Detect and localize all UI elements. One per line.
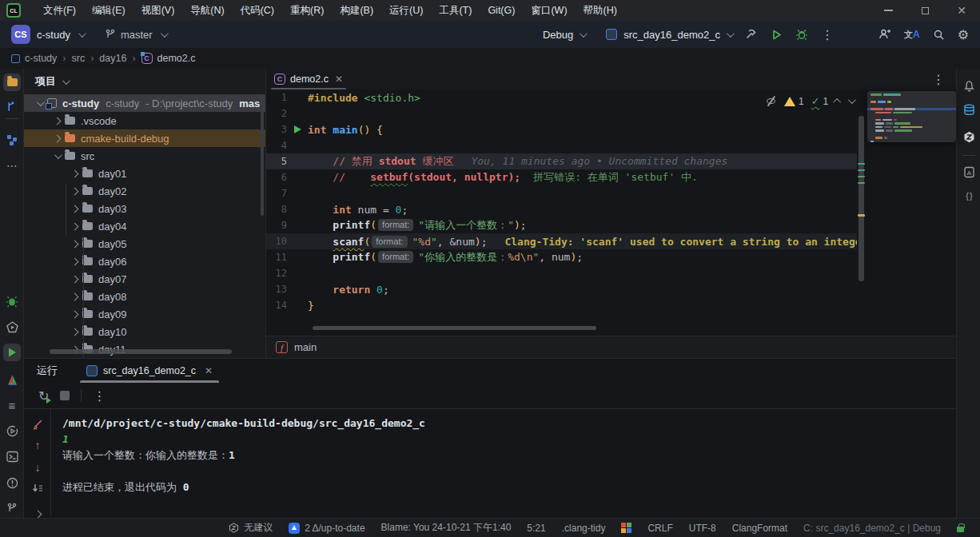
tree-row-day04[interactable]: day04 [24, 217, 265, 235]
tree-row-day10[interactable]: day10 [24, 323, 265, 340]
menu-item-4[interactable]: 代码(C) [233, 0, 282, 21]
tree-row-day01[interactable]: day01 [24, 165, 265, 182]
next-occurrence-icon[interactable]: ↓ [30, 460, 45, 475]
menu-item-11[interactable]: 帮助(H) [576, 0, 625, 21]
menu-item-7[interactable]: 运行(U) [381, 0, 431, 21]
maximize-button[interactable] [906, 0, 943, 21]
run-more-options-icon[interactable]: ⋮ [93, 388, 106, 404]
breadcrumb-item-src[interactable]: src [71, 53, 85, 64]
tree-chevron-icon[interactable] [71, 187, 79, 195]
prev-occurrence-icon[interactable]: ↑ [30, 438, 45, 452]
menu-item-9[interactable]: Git(G) [480, 0, 523, 21]
run-button[interactable] [771, 29, 783, 41]
tree-chevron-icon[interactable] [71, 240, 79, 248]
translate-icon[interactable]: 文A [904, 29, 920, 41]
code-line-11[interactable]: 11 printf(format:"你输入的整数是：%d\n", num); [266, 249, 857, 265]
cmake-tool-button[interactable] [3, 371, 21, 388]
ai-assistant-tool-button[interactable] [960, 128, 978, 145]
color-scheme-widget[interactable] [621, 523, 631, 533]
typo-count[interactable]: ✓ 1 [811, 95, 829, 107]
dictionary-tool-button[interactable]: A [960, 163, 978, 181]
debug-tool-button[interactable] [3, 292, 21, 310]
highlighting-off-icon[interactable] [766, 96, 777, 107]
inspections-widget[interactable]: 1 ✓ 1 [766, 95, 854, 107]
tree-row-cmake-build-debug[interactable]: cmake-build-debug [24, 129, 265, 147]
tree-row-day03[interactable]: day03 [24, 200, 265, 217]
formatter-widget[interactable]: ClangFormat [732, 523, 787, 534]
run-line-icon[interactable] [294, 125, 301, 133]
code-line-8[interactable]: 8 int num = 0; [266, 201, 857, 217]
tree-row-.vscode[interactable]: .vscode [24, 112, 265, 129]
tree-chevron-icon[interactable] [37, 98, 45, 106]
tree-chevron-icon[interactable] [71, 169, 79, 177]
encoding-widget[interactable]: UTF-8 [689, 523, 716, 534]
menu-item-0[interactable]: 文件(F) [35, 0, 84, 21]
commit-tool-button[interactable] [3, 97, 21, 115]
tree-row-day08[interactable]: day08 [24, 288, 265, 305]
warning-count[interactable]: 1 [784, 96, 804, 107]
tree-chevron-icon[interactable] [54, 151, 62, 159]
database-tool-button[interactable] [960, 101, 978, 118]
tree-chevron-icon[interactable] [54, 117, 62, 125]
more-actions-icon[interactable]: ⋮ [821, 27, 834, 42]
clang-tidy-widget[interactable]: .clang-tidy [562, 523, 606, 534]
code-line-9[interactable]: 9 printf(format:"请输入一个整数："); [266, 217, 857, 233]
code-line-12[interactable]: 12 [266, 265, 857, 281]
minimize-button[interactable] [870, 0, 906, 21]
tree-chevron-icon[interactable] [71, 257, 79, 265]
clear-output-icon[interactable] [30, 417, 45, 432]
scroll-to-end-icon[interactable] [30, 481, 45, 495]
todo-list-tool-button[interactable]: ≡ [3, 396, 21, 414]
problems-tool-button[interactable] [3, 474, 21, 491]
code-line-14[interactable]: 14} [266, 297, 857, 313]
build-hammer-icon[interactable] [745, 28, 758, 41]
menu-item-1[interactable]: 编辑(E) [84, 0, 133, 21]
menu-item-3[interactable]: 导航(N) [182, 0, 232, 21]
project-panel-header[interactable]: 项目 [24, 69, 265, 94]
notifications-bell-button[interactable] [960, 77, 978, 94]
project-horizontal-scrollbar[interactable] [50, 349, 232, 354]
breadcrumb-item-c-study[interactable]: c-study [11, 53, 57, 64]
profiler-tool-button[interactable] [3, 422, 21, 440]
services-tool-button[interactable] [3, 318, 21, 336]
structure-tool-button[interactable] [3, 131, 21, 149]
tree-row-c-study[interactable]: c-studyc-study- D:\project\c-studymas [24, 94, 265, 112]
project-selector[interactable]: c-study [37, 29, 70, 41]
line-ending-widget[interactable]: CRLF [647, 523, 672, 534]
code-line-13[interactable]: 13 return 0; [266, 281, 857, 297]
code-line-5[interactable]: 5 // 禁用 stdout 缓冲区You, 11 minutes ago • … [266, 153, 857, 169]
run-tab[interactable]: src_day16_demo2_c ✕ [80, 359, 219, 383]
code-with-me-icon[interactable] [878, 28, 891, 41]
search-icon[interactable] [933, 29, 945, 41]
tree-row-day02[interactable]: day02 [24, 182, 265, 200]
menu-item-8[interactable]: 工具(T) [431, 0, 480, 21]
breadcrumb-item-day16[interactable]: day16 [99, 53, 126, 64]
menu-item-5[interactable]: 重构(R) [282, 0, 332, 21]
git-tool-button[interactable] [3, 499, 21, 517]
project-badge[interactable]: CS [11, 25, 30, 44]
code-line-3[interactable]: 3int main() { [266, 121, 857, 137]
prev-problem-icon[interactable] [833, 98, 841, 106]
breadcrumb-item-demo2.c[interactable]: Cdemo2.c [141, 53, 196, 64]
menu-item-2[interactable]: 视图(V) [133, 0, 183, 21]
close-button[interactable]: ✕ [943, 0, 980, 21]
stop-button[interactable] [60, 391, 70, 400]
menu-item-10[interactable]: 窗口(W) [523, 0, 575, 21]
tree-row-src[interactable]: src [24, 147, 265, 165]
blame-widget[interactable]: Blame: You 24-10-21 下午1:40 [381, 521, 512, 535]
function-breadcrumb[interactable]: main [294, 341, 317, 353]
tree-row-day06[interactable]: day06 [24, 253, 265, 270]
tree-chevron-icon[interactable] [54, 134, 62, 142]
terminal-tool-button[interactable] [3, 448, 21, 465]
run-tool-button[interactable] [3, 344, 21, 361]
tree-row-day09[interactable]: day09 [24, 305, 265, 323]
run-tab-close-icon[interactable]: ✕ [205, 365, 213, 376]
settings-gear-icon[interactable]: ⚙ [958, 27, 969, 42]
suggestions-widget[interactable]: 无建议 [229, 521, 273, 535]
editor-tab-demo2c[interactable]: C demo2.c ✕ [266, 69, 351, 90]
tree-chevron-icon[interactable] [71, 328, 79, 336]
rerun-button[interactable]: ↻ [38, 388, 49, 404]
tree-row-day05[interactable]: day05 [24, 235, 265, 253]
structure-braces-tool-button[interactable]: { } [960, 187, 978, 205]
code-line-7[interactable]: 7 [266, 185, 857, 201]
